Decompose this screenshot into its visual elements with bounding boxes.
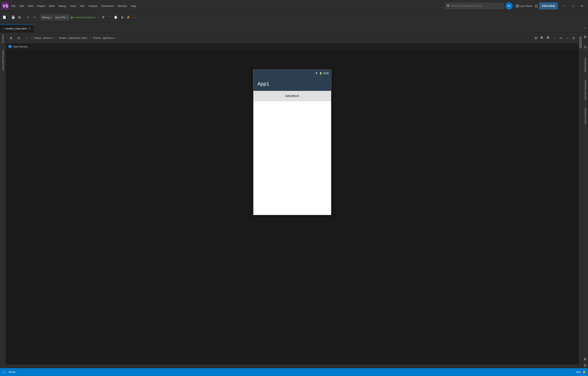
- live-share-button[interactable]: Live Share: [514, 3, 534, 9]
- designer-area: Toolbox Document Outline ⊞ ⊡ ⋯ Device: N…: [0, 33, 588, 376]
- toolbar-icon-6[interactable]: ⋯: [132, 14, 137, 20]
- more-view-btn[interactable]: ⋯: [24, 35, 29, 41]
- zoom-out-btn-2[interactable]: ─: [552, 35, 557, 41]
- design-view-btn[interactable]: ⊞: [8, 35, 14, 41]
- theme-label: Theme:: [93, 37, 101, 39]
- vertical-scrollbar[interactable]: [578, 33, 582, 376]
- document-outline-tab[interactable]: Document Outline: [2, 50, 4, 70]
- toolbar-sep-1: [9, 15, 9, 20]
- solution-explorer-tab[interactable]: Solution Explorer: [584, 80, 587, 100]
- git-icon-area: ⎇: [2, 371, 5, 374]
- redo-btn[interactable]: ↪: [32, 14, 37, 20]
- user-avatar[interactable]: A: [505, 2, 513, 10]
- menu-edit[interactable]: Edit: [18, 4, 25, 8]
- version-value: Android 9.0 (v28): [68, 37, 86, 39]
- app-window: VS File Edit View Project Build Debug To…: [0, 0, 588, 376]
- toolbar-icon-1[interactable]: ⚙: [100, 14, 106, 20]
- status-ready: Ready: [9, 371, 15, 374]
- new-file-btn[interactable]: 📄: [1, 14, 7, 20]
- edit-btn[interactable]: ✏: [558, 35, 564, 41]
- right-panel-icon-2[interactable]: ⊡: [583, 44, 588, 50]
- phone-preview: ▼ 🔋 8:00 App1 SEARCH: [253, 69, 331, 215]
- team-explorer-tab[interactable]: Team Explorer: [584, 108, 587, 124]
- device-label: Device:: [34, 37, 42, 39]
- split-view-btn[interactable]: ⊡: [16, 35, 21, 41]
- menu-help[interactable]: Help: [129, 4, 137, 8]
- git-icon: ⎇: [2, 371, 5, 374]
- preview-button[interactable]: PREVIEW: [539, 2, 558, 10]
- more-btn[interactable]: ⋯: [565, 35, 570, 41]
- version-chevron-icon: ▾: [87, 37, 88, 39]
- designer-main: ⊞ ⊡ ⋯ Device: Nexus 4 ▾ Version:: [6, 33, 578, 376]
- menu-extensions[interactable]: Extensions: [100, 4, 116, 8]
- right-bottom-icon-2[interactable]: ⊟: [583, 363, 588, 368]
- zoom-in-btn[interactable]: 🔍: [539, 35, 545, 41]
- fit-page-btn[interactable]: ⊞: [533, 35, 539, 41]
- version-selector: Version: Android 9.0 (v28) ▾: [59, 37, 88, 39]
- toolbar-sep-4: [99, 15, 99, 20]
- phone-search-text: SEARCH: [285, 94, 299, 98]
- tab-overflow-btn[interactable]: ▾: [583, 24, 588, 32]
- platform-dropdown[interactable]: Any CPU ▾: [54, 14, 69, 20]
- version-dropdown[interactable]: Android 9.0 (v28) ▾: [68, 37, 88, 39]
- menu-tools[interactable]: Tools: [68, 4, 77, 8]
- save-btn[interactable]: 💾: [10, 14, 16, 20]
- zoom-out-btn-1[interactable]: 🔍: [546, 35, 551, 41]
- right-bottom-icon-1[interactable]: ⊞: [583, 356, 588, 362]
- connection-icon[interactable]: [534, 3, 539, 9]
- menu-project[interactable]: Project: [35, 4, 46, 8]
- window-controls: ─ □ ✕: [559, 2, 587, 10]
- maximize-button[interactable]: □: [568, 2, 578, 10]
- active-tab[interactable]: ⊞ content_main.axml ✕: [0, 24, 34, 32]
- toolbar-icon-4[interactable]: 🖥: [119, 14, 125, 20]
- minimize-button[interactable]: ─: [559, 2, 568, 10]
- device-dropdown[interactable]: Nexus 4 ▾: [43, 37, 54, 39]
- menu-debug[interactable]: Debug: [57, 4, 68, 8]
- horizontal-scrollbar[interactable]: [6, 364, 578, 368]
- right-sidebar: ⊞ ⊡ Notifications Solution Explorer Team…: [582, 33, 588, 376]
- theme-dropdown[interactable]: AppTheme ▾: [102, 37, 116, 39]
- search-icon: 🔍: [447, 4, 450, 8]
- toolbox-tab[interactable]: Toolbox: [2, 34, 4, 43]
- run-button[interactable]: ▶ Android Emulator ▾: [70, 15, 97, 20]
- designer-canvas: ▼ 🔋 8:00 App1 SEARCH: [6, 50, 578, 364]
- phone-search-bar[interactable]: SEARCH: [253, 91, 331, 101]
- menu-build[interactable]: Build: [47, 4, 56, 8]
- vs-logo: VS: [1, 2, 9, 10]
- theme-selector: Theme: AppTheme ▾: [93, 37, 115, 39]
- toolbar-sep-2: [24, 15, 24, 20]
- version-label: Version:: [59, 37, 67, 39]
- new-version-banner: + New Version: [6, 44, 578, 50]
- status-time: 8:00: [323, 72, 329, 75]
- debug-mode-dropdown[interactable]: Debug ▾: [41, 14, 53, 20]
- close-button[interactable]: ✕: [578, 2, 587, 10]
- toolbar-icon-5[interactable]: ⚡: [126, 14, 131, 20]
- phone-app-title: App1: [257, 81, 269, 87]
- save-all-btn[interactable]: 🖫: [17, 14, 22, 20]
- tab-close-button[interactable]: ✕: [28, 27, 31, 30]
- designer-toolbar: ⊞ ⊡ ⋯ Device: Nexus 4 ▾ Version:: [6, 33, 578, 44]
- right-panel-icon-1[interactable]: ⊞: [583, 34, 588, 40]
- tab-bar: ⊞ content_main.axml ✕ ▾: [0, 23, 588, 33]
- right-sidebars: ⊞ ⊡ Notifications Solution Explorer Team…: [578, 33, 588, 376]
- toolbar-icon-3[interactable]: 📋: [113, 14, 118, 20]
- title-bar-search[interactable]: 🔍 Search Visual Studio (Ctrl+Q): [445, 3, 504, 9]
- menu-analyze[interactable]: Analyze: [87, 4, 99, 8]
- undo-btn[interactable]: ↩: [25, 14, 31, 20]
- device-selector: Device: Nexus 4 ▾: [34, 37, 54, 39]
- menu-view[interactable]: View: [26, 4, 35, 8]
- status-appname: App1: [576, 371, 581, 374]
- menu-window[interactable]: Window: [116, 4, 128, 8]
- menu-file[interactable]: File: [10, 4, 17, 8]
- expand-btn[interactable]: ⊡: [571, 35, 576, 41]
- toolbox-sidebar: Toolbox Document Outline: [0, 33, 6, 376]
- toolbar-icon-2[interactable]: 📱: [107, 14, 112, 20]
- menu-test[interactable]: Test: [78, 4, 86, 8]
- notifications-tab[interactable]: Notifications: [584, 58, 587, 72]
- title-bar: VS File Edit View Project Build Debug To…: [0, 0, 588, 12]
- new-version-text[interactable]: New Version: [13, 45, 28, 48]
- run-dropdown-arrow[interactable]: ▾: [95, 16, 96, 19]
- tab-label: content_main.axml: [5, 27, 27, 30]
- device-value: Nexus 4: [43, 37, 52, 39]
- device-chevron-icon: ▾: [53, 37, 54, 39]
